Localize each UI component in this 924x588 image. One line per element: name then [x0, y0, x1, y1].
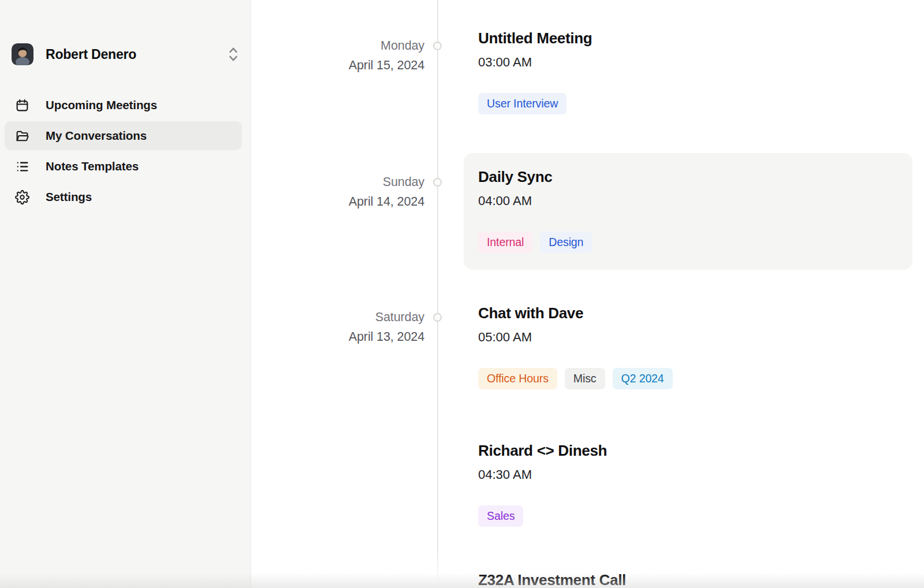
date-label-monday: Monday April 15, 2024 — [0, 36, 424, 75]
meeting-entry-chat-with-dave[interactable]: Chat with Dave 05:00 AM Office Hours Mis… — [478, 304, 673, 389]
day-name: Sunday — [0, 172, 424, 192]
tag-user-interview[interactable]: User Interview — [478, 93, 567, 114]
meeting-entry-richard-dinesh[interactable]: Richard <> Dinesh 04:30 AM Sales — [478, 442, 607, 527]
sidebar-item-label: Upcoming Meetings — [46, 98, 157, 112]
date-label-sunday: Sunday April 14, 2024 — [0, 172, 424, 211]
timeline-dot — [433, 313, 442, 322]
tag-design[interactable]: Design — [540, 232, 592, 253]
timeline-dot — [433, 42, 442, 50]
meeting-title: Untitled Meeting — [478, 29, 592, 47]
day-name: Monday — [0, 36, 424, 55]
meeting-entry-daily-sync[interactable]: Daily Sync 04:00 AM Internal Design — [478, 168, 592, 253]
meeting-title: Z32A Investment Call — [478, 571, 626, 588]
meeting-title: Richard <> Dinesh — [478, 442, 607, 459]
date-text: April 14, 2024 — [0, 192, 424, 211]
meeting-entry-untitled-meeting[interactable]: Untitled Meeting 03:00 AM User Interview — [478, 29, 592, 114]
meeting-tags: Internal Design — [478, 232, 592, 253]
meeting-notes-app: Robert Denero Upcoming Meetings — [0, 0, 924, 588]
day-name: Saturday — [0, 307, 424, 327]
tag-internal[interactable]: Internal — [478, 232, 532, 253]
meeting-entry-z32a-investment-call[interactable]: Z32A Investment Call — [478, 571, 626, 588]
meeting-time: 05:00 AM — [478, 330, 673, 345]
calendar-icon — [15, 98, 29, 113]
meeting-time: 04:30 AM — [478, 467, 607, 482]
date-text: April 13, 2024 — [0, 327, 424, 347]
meeting-tags: Office Hours Misc Q2 2024 — [478, 368, 673, 389]
sidebar: Robert Denero Upcoming Meetings — [0, 0, 251, 588]
meeting-time: 04:00 AM — [478, 193, 592, 209]
date-text: April 15, 2024 — [0, 55, 424, 75]
tag-q2-2024[interactable]: Q2 2024 — [613, 368, 673, 389]
timeline-dot — [433, 178, 442, 187]
meeting-title: Daily Sync — [478, 168, 592, 185]
tag-misc[interactable]: Misc — [565, 368, 605, 389]
list-icon — [15, 159, 29, 174]
folder-icon — [15, 129, 29, 143]
meeting-title: Chat with Dave — [478, 304, 673, 322]
sidebar-item-upcoming-meetings[interactable]: Upcoming Meetings — [5, 91, 242, 120]
sidebar-item-label: My Conversations — [46, 129, 147, 143]
meeting-tags: User Interview — [478, 93, 592, 114]
meeting-tags: Sales — [478, 505, 607, 527]
date-label-saturday: Saturday April 13, 2024 — [0, 307, 424, 347]
sidebar-item-label: Notes Templates — [46, 159, 139, 173]
timeline-line — [437, 0, 438, 585]
meeting-time: 03:00 AM — [478, 55, 592, 70]
tag-office-hours[interactable]: Office Hours — [478, 368, 557, 389]
sidebar-item-my-conversations[interactable]: My Conversations — [5, 121, 242, 150]
tag-sales[interactable]: Sales — [478, 505, 523, 527]
